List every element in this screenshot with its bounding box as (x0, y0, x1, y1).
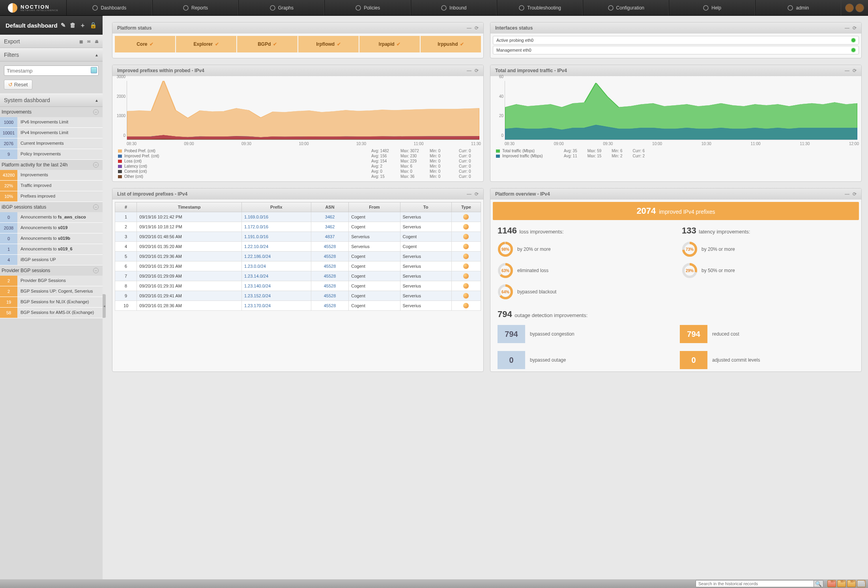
nav-inbound[interactable]: Inbound (411, 0, 497, 15)
svg-point-3 (356, 6, 361, 10)
svg-point-1 (183, 6, 188, 10)
life-icon (703, 5, 709, 11)
nav-admin[interactable]: admin (755, 0, 841, 15)
nav-dashboards[interactable]: Dashboards (66, 0, 152, 15)
status-badge-icon[interactable] (855, 4, 864, 12)
svg-point-4 (441, 6, 446, 10)
gauge-icon (92, 5, 98, 11)
top-nav: NOCTION NETWORK INTELLIGENCE DashboardsR… (0, 0, 868, 16)
nav-status-badges (841, 4, 868, 12)
globe-icon (355, 5, 361, 11)
brand-logo: NOCTION NETWORK INTELLIGENCE (0, 3, 66, 13)
doc-icon (183, 5, 189, 11)
nav-troubleshooting[interactable]: Troubleshooting (497, 0, 583, 15)
nav-configuration[interactable]: Configuration (583, 0, 669, 15)
svg-point-5 (519, 6, 524, 10)
brand-sub: NETWORK INTELLIGENCE (21, 9, 58, 11)
svg-point-2 (270, 6, 275, 10)
logo-icon (8, 3, 17, 13)
svg-point-8 (788, 6, 793, 10)
svg-point-0 (93, 6, 97, 10)
nav-policies[interactable]: Policies (324, 0, 410, 15)
search-icon (518, 5, 525, 11)
status-badge-icon[interactable] (845, 4, 854, 12)
svg-point-7 (703, 6, 708, 10)
user-icon (787, 5, 793, 11)
globe-icon (441, 5, 447, 11)
gear-icon (608, 5, 614, 11)
nav-graphs[interactable]: Graphs (238, 0, 324, 15)
nav-reports[interactable]: Reports (152, 0, 238, 15)
svg-point-6 (608, 6, 613, 10)
nav-help[interactable]: Help (669, 0, 755, 15)
pie-icon (269, 5, 276, 11)
